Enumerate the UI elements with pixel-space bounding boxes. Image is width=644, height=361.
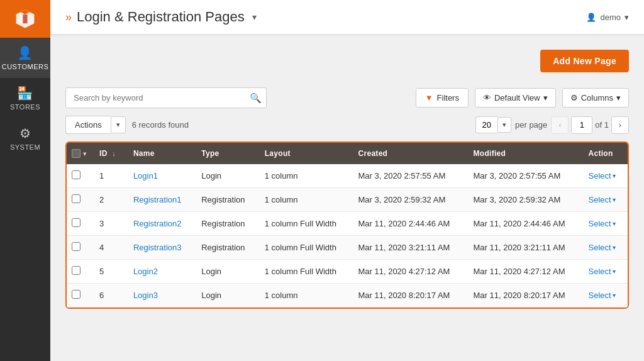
table-row: 3 Registration2 Registration 1 column Fu… <box>67 212 628 236</box>
page-navigation: ‹ of 1 › <box>551 116 629 134</box>
row-select-button-4[interactable]: Select <box>589 243 611 252</box>
row-select-button-6[interactable]: Select <box>589 291 611 300</box>
table-row: 5 Login2 Login 1 column Full Width Mar 1… <box>67 260 628 284</box>
th-type: Type <box>194 143 257 164</box>
page-content: Add New Page 🔍 ▼ Filters 👁 Default View … <box>50 35 644 361</box>
search-filter-row: 🔍 ▼ Filters 👁 Default View ▾ ⚙ Columns ▾ <box>65 87 629 108</box>
row-layout-6: 1 column <box>257 284 351 308</box>
per-page-wrapper: 20 ▾ per page <box>475 116 548 133</box>
sidebar: 👤 CUSTOMERS 🏪 STORES ⚙ SYSTEM <box>0 0 50 361</box>
row-select-caret-5[interactable]: ▾ <box>611 268 617 275</box>
sidebar-item-stores[interactable]: 🏪 STORES <box>0 78 50 118</box>
row-select-button-1[interactable]: Select <box>589 171 611 181</box>
per-page-value: 20 <box>475 116 497 133</box>
row-checkbox-cell <box>67 164 92 188</box>
row-action-select-4: Select ▾ <box>589 243 621 252</box>
row-action-select-6: Select ▾ <box>589 291 621 300</box>
page-of-label: of 1 <box>595 120 609 130</box>
row-checkbox-1[interactable] <box>72 170 80 179</box>
row-modified-2: Mar 3, 2020 2:59:32 AM <box>465 188 580 212</box>
search-button[interactable]: 🔍 <box>250 92 262 104</box>
row-select-caret-6[interactable]: ▾ <box>611 292 617 299</box>
columns-button[interactable]: ⚙ Columns ▾ <box>562 88 629 108</box>
per-page-caret-button[interactable]: ▾ <box>497 117 511 133</box>
customers-icon: 👤 <box>17 45 33 60</box>
row-name-link-5[interactable]: Login2 <box>133 267 158 276</box>
row-checkbox-cell <box>67 284 92 308</box>
row-name-3: Registration2 <box>126 212 194 236</box>
th-layout: Layout <box>257 143 351 164</box>
row-name-link-1[interactable]: Login1 <box>133 171 158 181</box>
sort-id-icon[interactable]: ↓ <box>112 150 116 157</box>
sidebar-item-system[interactable]: ⚙ SYSTEM <box>0 118 50 158</box>
filters-button[interactable]: ▼ Filters <box>416 88 469 108</box>
row-layout-3: 1 column Full Width <box>257 212 351 236</box>
th-created: Created <box>350 143 465 164</box>
page-number-input[interactable] <box>571 116 592 134</box>
row-action-5: Select ▾ <box>581 260 628 284</box>
row-name-link-3[interactable]: Registration2 <box>133 219 182 228</box>
search-wrapper: 🔍 <box>65 87 267 108</box>
row-select-button-3[interactable]: Select <box>589 219 611 228</box>
th-checkbox-caret[interactable]: ▾ <box>83 150 86 157</box>
search-input[interactable] <box>65 87 267 108</box>
row-created-1: Mar 3, 2020 2:57:55 AM <box>350 164 465 188</box>
prev-page-button[interactable]: ‹ <box>551 116 569 134</box>
row-name-link-6[interactable]: Login3 <box>133 291 158 300</box>
row-id-3: 3 <box>92 212 126 236</box>
row-action-2: Select ▾ <box>581 188 628 212</box>
row-action-select-5: Select ▾ <box>589 267 621 276</box>
row-checkbox-6[interactable] <box>72 290 80 299</box>
user-avatar-icon: 👤 <box>586 13 596 22</box>
stores-icon: 🏪 <box>17 86 33 101</box>
th-action: Action <box>581 143 628 164</box>
row-checkbox-5[interactable] <box>72 266 80 275</box>
title-chevron-icon[interactable]: ▾ <box>252 12 257 22</box>
row-checkbox-cell <box>67 212 92 236</box>
row-id-2: 2 <box>92 188 126 212</box>
row-layout-5: 1 column Full Width <box>257 260 351 284</box>
table-row: 1 Login1 Login 1 column Mar 3, 2020 2:57… <box>67 164 628 188</box>
data-table-container: ▾ ID ↓ Name Type Layout Created Modified… <box>65 142 629 309</box>
row-checkbox-4[interactable] <box>72 242 80 251</box>
row-action-6: Select ▾ <box>581 284 628 308</box>
add-new-page-button[interactable]: Add New Page <box>540 50 629 72</box>
table-row: 2 Registration1 Registration 1 column Ma… <box>67 188 628 212</box>
next-page-button[interactable]: › <box>611 116 629 134</box>
header-title-group: » Login & Registration Pages ▾ <box>65 9 257 25</box>
th-id: ID ↓ <box>92 143 126 164</box>
row-checkbox-2[interactable] <box>72 194 80 203</box>
row-created-5: Mar 11, 2020 4:27:12 AM <box>350 260 465 284</box>
row-name-link-4[interactable]: Registration3 <box>133 243 182 252</box>
row-layout-2: 1 column <box>257 188 351 212</box>
system-icon: ⚙ <box>19 126 31 141</box>
row-name-link-2[interactable]: Registration1 <box>133 195 182 204</box>
row-created-2: Mar 3, 2020 2:59:32 AM <box>350 188 465 212</box>
sidebar-item-system-label: SYSTEM <box>10 143 40 151</box>
row-select-caret-3[interactable]: ▾ <box>611 220 617 227</box>
row-select-caret-4[interactable]: ▾ <box>611 244 617 251</box>
header-checkbox[interactable] <box>72 149 80 158</box>
row-select-caret-1[interactable]: ▾ <box>611 172 617 179</box>
actions-button[interactable]: Actions <box>65 116 111 134</box>
actions-caret-button[interactable]: ▾ <box>111 116 126 133</box>
row-checkbox-cell <box>67 188 92 212</box>
row-select-button-2[interactable]: Select <box>589 195 611 204</box>
row-type-2: Registration <box>194 188 257 212</box>
row-checkbox-3[interactable] <box>72 218 80 227</box>
row-modified-1: Mar 3, 2020 2:57:55 AM <box>465 164 580 188</box>
row-layout-1: 1 column <box>257 164 351 188</box>
user-chevron-icon: ▾ <box>625 13 629 22</box>
sidebar-item-customers[interactable]: 👤 CUSTOMERS <box>0 38 50 78</box>
row-select-caret-2[interactable]: ▾ <box>611 196 617 203</box>
row-select-button-5[interactable]: Select <box>589 267 611 276</box>
row-type-1: Login <box>194 164 257 188</box>
breadcrumb-arrows: » <box>65 11 72 24</box>
pagination-controls: 20 ▾ per page ‹ of 1 › <box>475 116 629 134</box>
user-menu[interactable]: 👤 demo ▾ <box>586 13 629 22</box>
table-row: 4 Registration3 Registration 1 column Fu… <box>67 236 628 260</box>
default-view-button[interactable]: 👁 Default View ▾ <box>475 88 556 108</box>
row-name-2: Registration1 <box>126 188 194 212</box>
row-layout-4: 1 column Full Width <box>257 236 351 260</box>
records-found-label: 6 records found <box>132 120 189 130</box>
